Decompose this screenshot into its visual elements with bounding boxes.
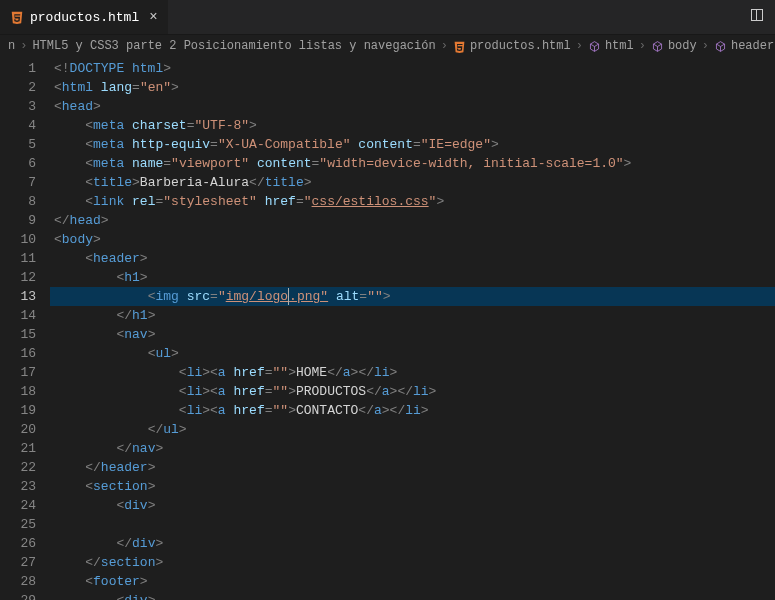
line-number: 22 <box>0 458 50 477</box>
line-number: 7 <box>0 173 50 192</box>
chevron-right-icon: › <box>20 39 27 53</box>
line-number: 19 <box>0 401 50 420</box>
tab-label: productos.html <box>30 10 139 25</box>
line-number: 15 <box>0 325 50 344</box>
line-number: 3 <box>0 97 50 116</box>
code-line: <h1> <box>50 268 775 287</box>
code-line: </section> <box>50 553 775 572</box>
code-line: <div> <box>50 496 775 515</box>
code-line <box>50 515 775 534</box>
symbol-icon <box>714 40 727 53</box>
line-number: 24 <box>0 496 50 515</box>
code-line: <title>Barberia-Alura</title> <box>50 173 775 192</box>
line-number: 26 <box>0 534 50 553</box>
code-line: <ul> <box>50 344 775 363</box>
line-number: 16 <box>0 344 50 363</box>
line-number: 17 <box>0 363 50 382</box>
breadcrumb-symbol[interactable]: header <box>714 39 774 53</box>
code-line: <meta charset="UTF-8"> <box>50 116 775 135</box>
code-line-active: <img src="img/logo.png" alt=""> <box>50 287 775 306</box>
line-number: 4 <box>0 116 50 135</box>
code-area[interactable]: <!DOCTYPE html> <html lang="en"> <head> … <box>50 57 775 598</box>
code-line: <li><a href="">PRODUCTOS</a></li> <box>50 382 775 401</box>
line-number: 12 <box>0 268 50 287</box>
symbol-icon <box>651 40 664 53</box>
line-number: 20 <box>0 420 50 439</box>
split-editor-icon[interactable] <box>739 7 775 27</box>
chevron-right-icon: › <box>639 39 646 53</box>
code-line: <li><a href="">HOME</a></li> <box>50 363 775 382</box>
code-line: <div> <box>50 591 775 600</box>
line-number: 1 <box>0 59 50 78</box>
code-editor[interactable]: 1234567891011121314151617181920212223242… <box>0 57 775 598</box>
code-line: </div> <box>50 534 775 553</box>
code-line: </nav> <box>50 439 775 458</box>
line-number: 29 <box>0 591 50 600</box>
code-line: <header> <box>50 249 775 268</box>
code-line: <link rel="stylesheet" href="css/estilos… <box>50 192 775 211</box>
code-line: <nav> <box>50 325 775 344</box>
symbol-icon <box>588 40 601 53</box>
line-number: 13 <box>0 287 50 306</box>
line-number: 9 <box>0 211 50 230</box>
code-line: </ul> <box>50 420 775 439</box>
breadcrumb-symbol[interactable]: html <box>588 39 634 53</box>
code-line: <meta http-equiv="X-UA-Compatible" conte… <box>50 135 775 154</box>
code-line: </h1> <box>50 306 775 325</box>
line-number: 11 <box>0 249 50 268</box>
code-line: <body> <box>50 230 775 249</box>
tab-bar: productos.html × <box>0 0 775 35</box>
tab-productos[interactable]: productos.html × <box>0 0 168 34</box>
line-number: 21 <box>0 439 50 458</box>
close-icon[interactable]: × <box>149 9 157 25</box>
code-line: </head> <box>50 211 775 230</box>
code-line: <section> <box>50 477 775 496</box>
code-line: <html lang="en"> <box>50 78 775 97</box>
code-line: <li><a href="">CONTACTO</a></li> <box>50 401 775 420</box>
line-number: 10 <box>0 230 50 249</box>
line-number: 14 <box>0 306 50 325</box>
line-number: 18 <box>0 382 50 401</box>
code-line: <head> <box>50 97 775 116</box>
html-file-icon <box>453 40 466 53</box>
code-line: <!DOCTYPE html> <box>50 59 775 78</box>
line-number: 8 <box>0 192 50 211</box>
line-number: 27 <box>0 553 50 572</box>
code-line: </header> <box>50 458 775 477</box>
line-number: 23 <box>0 477 50 496</box>
line-number: 6 <box>0 154 50 173</box>
breadcrumb: n › HTML5 y CSS3 parte 2 Posicionamiento… <box>0 35 775 57</box>
chevron-right-icon: › <box>576 39 583 53</box>
line-number: 5 <box>0 135 50 154</box>
code-line: <meta name="viewport" content="width=dev… <box>50 154 775 173</box>
breadcrumb-file[interactable]: productos.html <box>453 39 571 53</box>
line-number-gutter: 1234567891011121314151617181920212223242… <box>0 57 50 598</box>
chevron-right-icon: › <box>702 39 709 53</box>
line-number: 25 <box>0 515 50 534</box>
breadcrumb-symbol[interactable]: body <box>651 39 697 53</box>
breadcrumb-folder[interactable]: n <box>8 39 15 53</box>
line-number: 28 <box>0 572 50 591</box>
code-line: <footer> <box>50 572 775 591</box>
line-number: 2 <box>0 78 50 97</box>
chevron-right-icon: › <box>441 39 448 53</box>
html-file-icon <box>10 10 24 24</box>
breadcrumb-folder[interactable]: HTML5 y CSS3 parte 2 Posicionamiento lis… <box>32 39 435 53</box>
